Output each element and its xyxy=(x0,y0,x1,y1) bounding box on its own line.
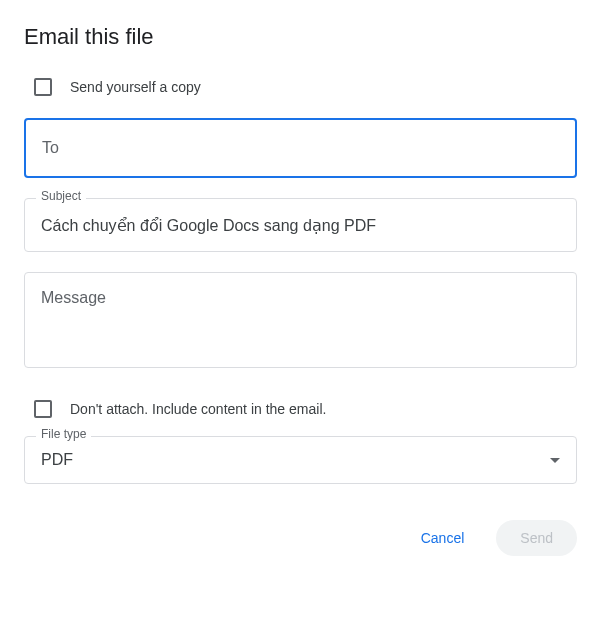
file-type-group: File type PDF xyxy=(24,436,577,484)
dont-attach-checkbox[interactable] xyxy=(34,400,52,418)
cancel-button[interactable]: Cancel xyxy=(397,520,489,556)
dont-attach-label: Don't attach. Include content in the ema… xyxy=(70,401,326,417)
email-file-dialog: Email this file Send yourself a copy Sub… xyxy=(24,24,577,556)
send-yourself-row[interactable]: Send yourself a copy xyxy=(34,78,577,96)
send-yourself-checkbox[interactable] xyxy=(34,78,52,96)
to-input[interactable] xyxy=(24,118,577,178)
subject-field-group: Subject xyxy=(24,198,577,252)
dialog-title: Email this file xyxy=(24,24,577,50)
subject-input[interactable] xyxy=(24,198,577,252)
chevron-down-icon xyxy=(550,458,560,463)
file-type-legend: File type xyxy=(36,427,91,441)
message-input[interactable] xyxy=(24,272,577,368)
dont-attach-row[interactable]: Don't attach. Include content in the ema… xyxy=(34,400,577,418)
to-field-group xyxy=(24,118,577,178)
dialog-actions: Cancel Send xyxy=(24,520,577,556)
message-field-group xyxy=(24,272,577,372)
file-type-value: PDF xyxy=(41,451,73,469)
send-button[interactable]: Send xyxy=(496,520,577,556)
send-yourself-label: Send yourself a copy xyxy=(70,79,201,95)
file-type-select[interactable]: PDF xyxy=(24,436,577,484)
subject-legend: Subject xyxy=(36,189,86,203)
